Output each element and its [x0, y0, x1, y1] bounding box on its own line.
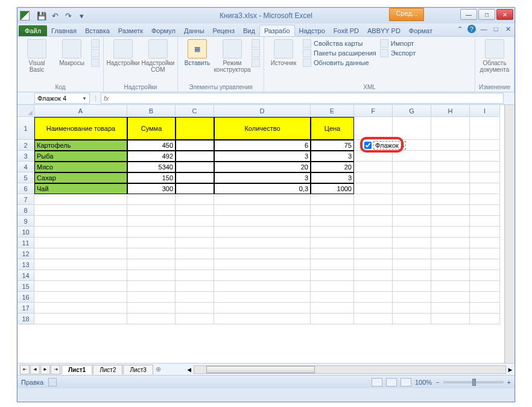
macro-security-icon[interactable] — [91, 58, 100, 67]
cell[interactable] — [214, 238, 311, 248]
cell[interactable] — [470, 172, 500, 183]
cell[interactable] — [470, 151, 500, 162]
sheet-nav-next[interactable]: ► — [40, 365, 50, 374]
cell[interactable] — [470, 314, 500, 324]
cell[interactable]: 5340 — [127, 162, 176, 172]
sheet-nav-last[interactable]: ⇥ — [51, 365, 60, 374]
tab-file[interactable]: Файл — [19, 25, 47, 36]
cell[interactable] — [214, 194, 311, 205]
cell[interactable] — [176, 194, 214, 205]
tab-формул[interactable]: Формул — [147, 25, 180, 36]
cell[interactable] — [470, 227, 500, 238]
cell[interactable] — [470, 259, 500, 270]
tab-главная[interactable]: Главная — [47, 25, 81, 36]
cell[interactable] — [34, 292, 127, 303]
doc-restore-icon[interactable]: □ — [492, 25, 500, 33]
cell[interactable] — [431, 270, 470, 281]
checkbox-input[interactable] — [364, 142, 372, 149]
tab-данны[interactable]: Данны — [180, 25, 209, 36]
cell[interactable] — [214, 216, 311, 227]
cell[interactable] — [393, 259, 431, 270]
tab-реценз[interactable]: Реценз — [209, 25, 239, 36]
namebox-handle[interactable]: ⋮ — [90, 95, 101, 103]
cell[interactable] — [354, 270, 393, 281]
zoom-in-button[interactable]: + — [507, 379, 511, 386]
sheet-tab-Лист2[interactable]: Лист2 — [93, 365, 122, 374]
vertical-scrollbar[interactable] — [504, 105, 515, 363]
cell[interactable] — [393, 314, 431, 324]
cell[interactable]: 300 — [127, 183, 176, 194]
cell[interactable] — [431, 281, 470, 292]
expansion-packs-icon[interactable] — [303, 49, 311, 57]
cell[interactable] — [431, 172, 470, 183]
tab-надстро[interactable]: Надстро — [295, 25, 329, 36]
horizontal-scrollbar[interactable] — [194, 365, 506, 374]
cell[interactable]: 3 — [311, 151, 354, 162]
cell[interactable] — [393, 117, 431, 140]
cell[interactable]: 20 — [214, 162, 311, 172]
row-header[interactable]: 11 — [17, 238, 34, 248]
cell[interactable] — [311, 270, 354, 281]
cell[interactable] — [354, 259, 393, 270]
record-macro-icon[interactable] — [91, 39, 100, 48]
cell[interactable] — [34, 259, 127, 270]
design-mode-button[interactable]: Режим конструктора — [217, 39, 248, 73]
cell[interactable]: Чай — [34, 183, 127, 194]
cell[interactable]: Мясо — [34, 162, 127, 172]
row-header[interactable]: 3 — [17, 151, 34, 162]
cell[interactable] — [470, 248, 500, 259]
view-pagebreak-button[interactable] — [401, 378, 411, 386]
cell[interactable] — [393, 292, 431, 303]
cell[interactable] — [470, 140, 500, 151]
row-header[interactable]: 12 — [17, 248, 34, 259]
addins-button[interactable]: Надстройки — [107, 39, 139, 66]
cell[interactable] — [176, 270, 214, 281]
row-header[interactable]: 7 — [17, 194, 34, 205]
cell[interactable] — [127, 270, 176, 281]
view-layout-button[interactable] — [386, 378, 397, 386]
cell[interactable] — [176, 172, 214, 183]
cell[interactable] — [393, 205, 431, 216]
cell[interactable] — [470, 303, 500, 314]
cell[interactable] — [431, 259, 470, 270]
cell[interactable] — [393, 183, 431, 194]
tab-foxit pd[interactable]: Foxit PD — [329, 25, 363, 36]
cell[interactable]: Сумма — [127, 117, 176, 140]
cell[interactable] — [214, 259, 311, 270]
form-checkbox-object[interactable]: Флажок 3 — [364, 141, 406, 150]
cell[interactable] — [393, 227, 431, 238]
cell[interactable] — [393, 303, 431, 314]
cell[interactable] — [176, 281, 214, 292]
row-header[interactable]: 8 — [17, 205, 34, 216]
tab-формат[interactable]: Формат — [405, 25, 437, 36]
tab-вставка[interactable]: Вставка — [81, 25, 114, 36]
cell[interactable] — [176, 314, 214, 324]
cell[interactable]: 75 — [311, 140, 354, 151]
worksheet-grid[interactable]: ABCDEFGHI 1Наименование товараСуммаКолич… — [17, 105, 515, 363]
cell[interactable] — [127, 248, 176, 259]
cell[interactable] — [214, 248, 311, 259]
cell[interactable] — [176, 183, 214, 194]
cell[interactable]: 0,3 — [214, 183, 311, 194]
maximize-button[interactable]: □ — [478, 9, 495, 20]
select-all-corner[interactable] — [17, 105, 34, 117]
cell[interactable]: 492 — [127, 151, 176, 162]
row-header[interactable]: 6 — [17, 183, 34, 194]
cell[interactable] — [354, 238, 393, 248]
cell[interactable] — [176, 162, 214, 172]
minimize-button[interactable]: — — [460, 9, 477, 20]
cell[interactable] — [311, 248, 354, 259]
cell[interactable]: Рыба — [34, 151, 127, 162]
cell[interactable] — [311, 303, 354, 314]
cell[interactable] — [470, 270, 500, 281]
cell[interactable] — [470, 205, 500, 216]
cell[interactable]: Сахар — [34, 172, 127, 183]
cell[interactable] — [127, 227, 176, 238]
cell[interactable] — [393, 172, 431, 183]
import-icon[interactable] — [380, 39, 388, 48]
cell[interactable] — [354, 162, 393, 172]
cell[interactable]: Цена — [311, 117, 354, 140]
cell[interactable]: 20 — [311, 162, 354, 172]
cell[interactable] — [354, 205, 393, 216]
com-addins-button[interactable]: Надстройки COM — [142, 39, 174, 73]
